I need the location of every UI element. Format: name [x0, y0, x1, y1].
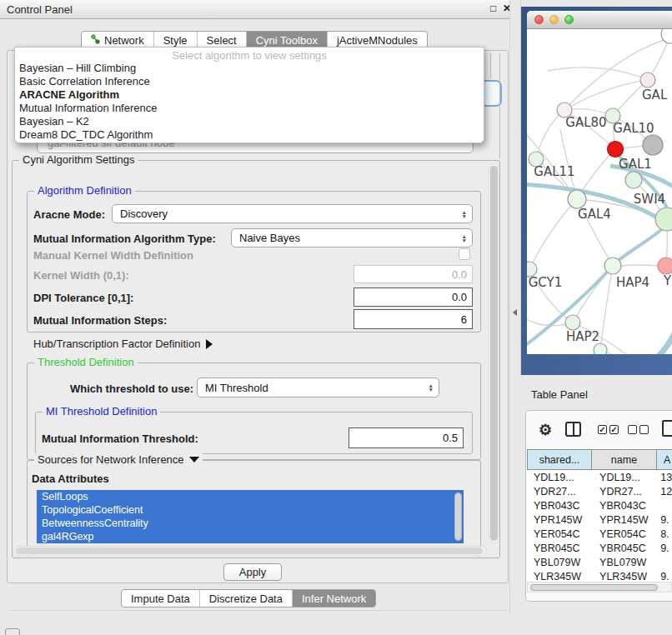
tab-infer-network[interactable]: Infer Network — [293, 590, 375, 607]
table-row[interactable]: YPR145WYPR145W9. — [527, 512, 672, 527]
table-cell[interactable]: YLR345W — [527, 571, 591, 582]
hub-definition-expander[interactable]: Hub/Transcription Factor Definition — [33, 338, 213, 350]
network-edge[interactable] — [529, 199, 577, 269]
table-cell[interactable]: YPR145W — [527, 514, 591, 526]
network-edge[interactable] — [619, 322, 672, 354]
list-item-gal4rgexp[interactable]: gal4RGexp — [37, 530, 464, 543]
float-window-icon[interactable]: □ — [490, 2, 496, 14]
sources-expander[interactable]: Sources for Network Inference — [34, 453, 203, 466]
network-node[interactable] — [661, 29, 672, 43]
which-threshold-combo[interactable]: MI Threshold ▲▼ — [197, 378, 439, 398]
network-node[interactable] — [643, 135, 663, 155]
list-item-topologicalcoefficient[interactable]: TopologicalCoefficient — [37, 503, 464, 517]
table-row[interactable]: YER054CYER054C8. — [527, 527, 672, 541]
table-cell[interactable]: YPR145W — [591, 514, 655, 526]
settings-scrollbar-thumb[interactable] — [490, 166, 498, 541]
gear-icon[interactable]: ⚙ — [539, 421, 552, 439]
minimize-traffic-light[interactable] — [549, 15, 559, 24]
manual-kernel-checkbox[interactable] — [459, 248, 470, 260]
network-node[interactable] — [568, 190, 586, 208]
dpi-tolerance-field[interactable]: 0.0 — [354, 288, 473, 307]
network-node[interactable] — [658, 258, 672, 274]
settings-hscrollbar-thumb[interactable] — [16, 548, 483, 554]
settings-scrollbar-track[interactable] — [489, 163, 499, 543]
network-canvas[interactable]: GALGAL80GAL10GAL1GAL11GAL4SWI4GCY1HAP4YH… — [527, 29, 672, 354]
tab-select[interactable]: Select — [198, 32, 247, 48]
export-table-icon[interactable] — [662, 420, 672, 437]
table-cell[interactable]: 12 — [655, 486, 672, 498]
table-cell[interactable]: YBR043C — [591, 500, 655, 512]
settings-hscrollbar-track[interactable] — [13, 546, 487, 556]
table-row[interactable]: YDL19...YDL19...13 — [527, 470, 672, 484]
table-row[interactable]: YBL079WYBL079W — [527, 555, 672, 569]
network-node[interactable] — [640, 72, 655, 88]
network-edge[interactable] — [536, 110, 564, 159]
column-header-partial[interactable]: A — [657, 449, 672, 470]
tab-impute-data[interactable]: Impute Data — [122, 590, 200, 607]
table-cell[interactable]: YDL19... — [527, 472, 591, 483]
deselect-all-columns-icon[interactable] — [639, 425, 649, 434]
network-node[interactable] — [594, 343, 607, 354]
dropdown-item-dream8[interactable]: Dream8 DC_TDC Algorithm — [15, 128, 484, 142]
network-node[interactable] — [655, 208, 672, 231]
maximize-traffic-light[interactable] — [564, 15, 574, 24]
apply-button[interactable]: Apply — [223, 563, 282, 581]
table-cell[interactable]: YBR043C — [527, 500, 591, 512]
table-cell[interactable]: YBL079W — [591, 557, 655, 568]
table-cell[interactable]: 9. — [655, 542, 672, 554]
dropdown-item-bayesian-hill-climbing[interactable]: Bayesian – Hill Climbing — [15, 62, 484, 75]
table-cell[interactable]: YBR045C — [527, 542, 591, 554]
table-cell[interactable]: YER054C — [591, 528, 655, 540]
select-all-columns-icon[interactable]: ✓ — [598, 425, 607, 434]
table-cell[interactable]: YER054C — [527, 528, 591, 540]
attributes-scrollbar-thumb[interactable] — [454, 492, 462, 541]
mi-type-combo[interactable]: Naive Bayes ▲▼ — [231, 228, 473, 248]
network-edge[interactable] — [613, 229, 662, 266]
mi-threshold-field[interactable]: 0.5 — [349, 428, 464, 448]
network-edge[interactable] — [621, 265, 658, 266]
network-node[interactable] — [625, 172, 642, 188]
table-hscrollbar-thumb[interactable] — [530, 584, 658, 591]
network-node[interactable] — [565, 315, 580, 330]
table-cell[interactable]: 13 — [655, 472, 672, 483]
mi-steps-field[interactable]: 6 — [354, 309, 473, 329]
network-node[interactable] — [608, 142, 624, 158]
tab-jactivemnodules[interactable]: jActiveMNodules — [328, 32, 427, 48]
network-edge[interactable] — [600, 350, 664, 354]
table-cell[interactable]: 8. — [655, 528, 672, 540]
table-row[interactable]: YBR045CYBR045C9. — [527, 541, 672, 555]
dropdown-item-mutual-information[interactable]: Mutual Information Inference — [15, 102, 484, 115]
table-cell[interactable]: YBR045C — [591, 542, 655, 554]
tab-style[interactable]: Style — [154, 32, 198, 48]
dropdown-item-basic-correlation[interactable]: Basic Correlation Inference — [15, 75, 484, 88]
table-hscrollbar-track[interactable] — [527, 582, 672, 592]
tab-network[interactable]: Network — [82, 32, 154, 48]
network-node[interactable] — [604, 258, 621, 274]
dropdown-item-aracne[interactable]: ARACNE Algorithm — [15, 88, 484, 102]
close-traffic-light[interactable] — [534, 15, 544, 24]
table-cell[interactable]: YDR27... — [527, 486, 591, 498]
list-item-betweennesscentrality[interactable]: BetweennessCentrality — [37, 517, 464, 530]
collapse-panel-arrow-icon[interactable] — [513, 309, 517, 316]
network-edge[interactable] — [564, 80, 648, 110]
aracne-mode-combo[interactable]: Discovery ▲▼ — [112, 204, 473, 223]
dropdown-item-bayesian-k2[interactable]: Bayesian – K2 — [15, 115, 484, 128]
table-cell[interactable]: YLR345W — [591, 571, 655, 582]
table-cell[interactable]: YBL079W — [527, 557, 591, 568]
split-columns-icon[interactable] — [565, 422, 581, 437]
table-row[interactable]: YBR043CYBR043C — [527, 498, 672, 512]
tab-cyni-toolbox[interactable]: Cyni Toolbox — [247, 32, 328, 48]
kernel-width-field[interactable]: 0.0 — [354, 265, 473, 283]
network-window-titlebar[interactable] — [527, 11, 672, 29]
select-all-columns-icon[interactable]: ✓ — [609, 425, 619, 434]
deselect-all-columns-icon[interactable] — [628, 425, 637, 434]
table-cell[interactable]: 9. — [655, 514, 672, 526]
table-row[interactable]: YLR345WYLR345W9. — [527, 569, 672, 582]
minimized-panel-icon[interactable] — [5, 628, 20, 635]
table-cell[interactable]: YDL19... — [591, 472, 655, 483]
table-row[interactable]: YDR27...YDR27...12 — [527, 484, 672, 498]
table-cell[interactable]: YDR27... — [591, 486, 655, 498]
table-cell[interactable]: 9. — [655, 571, 672, 582]
list-item-selfloops[interactable]: SelfLoops — [37, 490, 464, 503]
tab-discretize-data[interactable]: Discretize Data — [200, 590, 293, 607]
